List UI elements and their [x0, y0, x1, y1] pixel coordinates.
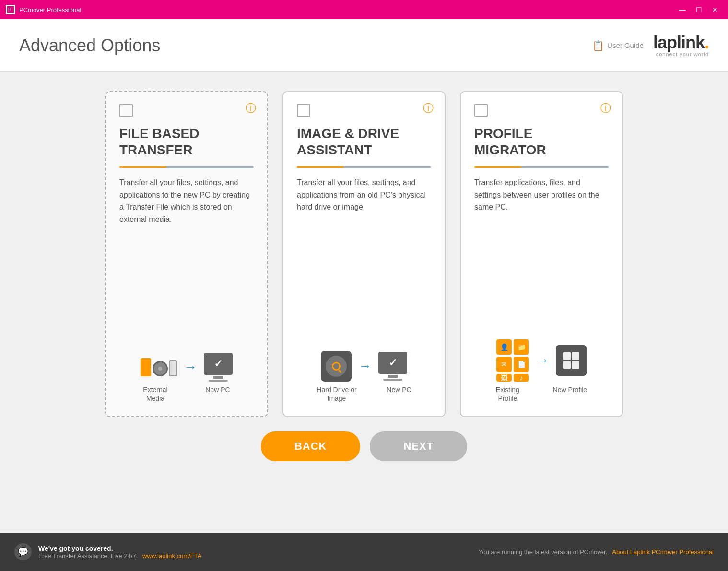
window-controls: — ☐ ✕: [675, 3, 722, 16]
user-guide-link[interactable]: 📋 User Guide: [592, 40, 644, 51]
footer-right: You are running the latest version of PC…: [479, 548, 714, 556]
footer-text: We've got you covered. Free Transfer Ass…: [38, 545, 201, 559]
pc-stand: [213, 376, 223, 379]
card-divider-profile: [474, 166, 609, 168]
pc-base-image: [383, 379, 402, 381]
card-illustration-image-drive: → ✓ Hard Drive orImage New PC: [297, 337, 431, 403]
card-image-drive[interactable]: ⓘ IMAGE & DRIVE ASSISTANT Transfer all y…: [282, 91, 446, 417]
card-title-profile: PROFILE MIGRATOR: [474, 126, 609, 158]
arrow-icon-image: →: [358, 359, 372, 374]
maximize-button[interactable]: ☐: [692, 3, 706, 16]
harddrive-icon: [321, 351, 352, 382]
illus-labels-image-drive: Hard Drive orImage New PC: [297, 385, 431, 403]
pc-base: [209, 380, 228, 382]
profile-tile-img: 🖼: [496, 374, 512, 382]
hd-circle: [326, 356, 347, 377]
windows-icon: [562, 351, 580, 370]
card-divider-image-drive: [297, 166, 431, 168]
titlebar: P PCmover Professional — ☐ ✕: [0, 0, 728, 19]
logo-dot: .: [705, 33, 709, 52]
source-label-image: Hard Drive orImage: [317, 385, 356, 403]
card-divider-file-based: [119, 166, 254, 168]
dest-label-file-based: New PC: [205, 385, 230, 394]
back-button[interactable]: BACK: [261, 431, 361, 461]
profile-tile-folder: 📁: [514, 339, 529, 355]
profile-tile-user: 👤: [496, 339, 512, 355]
footer-left: 💬 We've got you covered. Free Transfer A…: [14, 543, 479, 560]
card-title-file-based: FILE BASED TRANSFER: [119, 126, 254, 158]
card-illustration-profile: 👤 📁 ✉ 📄 🖼 ♪ →: [474, 325, 609, 403]
user-guide-label: User Guide: [607, 41, 644, 49]
profile-tile-music: ♪: [514, 374, 529, 382]
illus-labels-file-based: ExternalMedia New PC: [119, 385, 254, 403]
card-checkbox-file-based[interactable]: [119, 104, 133, 117]
card-desc-profile: Transfer applications, files, and settin…: [474, 176, 609, 325]
source-label-profile: ExistingProfile: [496, 385, 519, 403]
info-button-file-based[interactable]: ⓘ: [244, 102, 258, 115]
laplink-tagline: connect your world: [656, 51, 709, 57]
app-icon: P: [6, 5, 15, 14]
illus-row-file-based: → ✓: [141, 353, 233, 382]
pc-screen: ✓: [204, 353, 233, 375]
svg-rect-3: [572, 352, 579, 360]
card-illustration-file-based: → ✓ ExternalMedia New PC: [119, 338, 254, 403]
illus-row-image-drive: → ✓: [321, 351, 407, 382]
footer-bold-text: We've got you covered.: [38, 545, 201, 552]
profile-tile-email: ✉: [496, 357, 512, 372]
source-label-file-based: ExternalMedia: [143, 385, 167, 403]
profile-tile-doc: 📄: [514, 357, 529, 372]
card-checkbox-profile[interactable]: [474, 104, 488, 117]
arrow-icon: →: [184, 360, 197, 375]
book-icon: 📋: [592, 40, 604, 51]
footer-about-link[interactable]: About Laplink PCmover Professional: [612, 548, 714, 556]
illus-labels-profile: ExistingProfile New Profile: [474, 385, 609, 403]
new-pc-icon-image: ✓: [378, 352, 407, 381]
check-icon-image: ✓: [388, 357, 397, 369]
dest-label-image: New PC: [387, 385, 411, 394]
footer: 💬 We've got you covered. Free Transfer A…: [0, 533, 728, 571]
card-desc-image-drive: Transfer all your files, settings, and a…: [297, 176, 431, 336]
laplink-logo: laplink. connect your world: [653, 34, 709, 57]
usb-icon: [141, 358, 151, 376]
cd-icon: [153, 361, 168, 376]
hd-lens: [332, 362, 341, 371]
svg-rect-4: [563, 361, 571, 369]
svg-rect-2: [563, 352, 571, 360]
pc-screen-image: ✓: [378, 352, 407, 374]
info-button-profile[interactable]: ⓘ: [599, 102, 612, 115]
header: Advanced Options 📋 User Guide laplink. c…: [0, 19, 728, 72]
close-button[interactable]: ✕: [708, 3, 722, 16]
footer-sub-text: Free Transfer Assistance. Live 24/7. www…: [38, 552, 201, 559]
card-profile-migrator[interactable]: ⓘ PROFILE MIGRATOR Transfer applications…: [460, 91, 623, 417]
page-title: Advanced Options: [19, 35, 592, 56]
buttons-row: BACK NEXT: [261, 431, 467, 461]
pc-stand-image: [388, 375, 398, 378]
new-profile-icon: [556, 345, 587, 376]
cards-row: ⓘ FILE BASED TRANSFER Transfer all your …: [76, 91, 652, 417]
laplink-logo-text: laplink.: [653, 34, 709, 51]
dest-label-profile: New Profile: [553, 385, 587, 394]
app-title: PCmover Professional: [19, 6, 671, 13]
check-icon: ✓: [214, 358, 223, 370]
svg-text:P: P: [8, 7, 12, 12]
next-button[interactable]: NEXT: [370, 431, 467, 461]
arrow-icon-profile: →: [536, 353, 549, 368]
minimize-button[interactable]: —: [675, 3, 690, 16]
illus-row-profile: 👤 📁 ✉ 📄 🖼 ♪ →: [496, 339, 587, 382]
card-title-image-drive: IMAGE & DRIVE ASSISTANT: [297, 126, 431, 158]
flash-drive-icon: [169, 360, 177, 376]
new-pc-icon: ✓: [204, 353, 233, 382]
footer-version-text: You are running the latest version of PC…: [479, 548, 607, 556]
external-media-icon: [141, 358, 177, 376]
profile-grid-icon: 👤 📁 ✉ 📄 🖼 ♪: [496, 339, 529, 382]
card-file-based[interactable]: ⓘ FILE BASED TRANSFER Transfer all your …: [105, 91, 268, 417]
card-checkbox-image-drive[interactable]: [297, 104, 310, 117]
footer-link[interactable]: www.laplink.com/FTA: [142, 552, 201, 559]
main-content: ⓘ FILE BASED TRANSFER Transfer all your …: [0, 72, 728, 533]
info-button-image-drive[interactable]: ⓘ: [422, 102, 435, 115]
header-right: 📋 User Guide laplink. connect your world: [592, 34, 709, 57]
svg-rect-5: [572, 361, 579, 369]
card-desc-file-based: Transfer all your files, settings, and a…: [119, 176, 254, 338]
chat-icon: 💬: [14, 543, 32, 560]
